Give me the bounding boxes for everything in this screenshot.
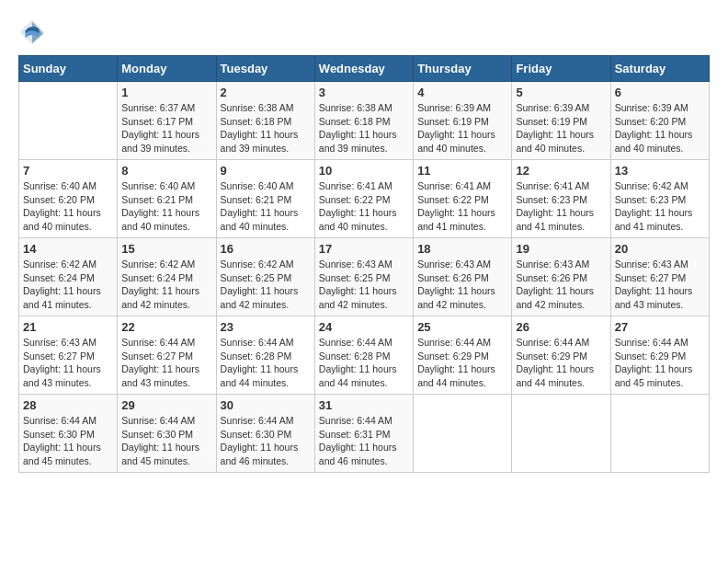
day-number: 13	[615, 164, 705, 178]
day-number: 5	[516, 86, 606, 99]
day-number: 27	[615, 320, 705, 334]
day-number: 24	[319, 320, 409, 334]
calendar-cell: 22Sunrise: 6:44 AMSunset: 6:27 PMDayligh…	[118, 316, 216, 395]
day-info: Sunrise: 6:42 AMSunset: 6:24 PMDaylight:…	[23, 258, 113, 312]
day-number: 28	[23, 398, 113, 412]
calendar-cell: 7Sunrise: 6:40 AMSunset: 6:20 PMDaylight…	[19, 160, 118, 238]
day-info: Sunrise: 6:42 AMSunset: 6:25 PMDaylight:…	[221, 258, 311, 312]
day-info: Sunrise: 6:43 AMSunset: 6:26 PMDaylight:…	[417, 258, 507, 312]
calendar-cell: 29Sunrise: 6:44 AMSunset: 6:30 PMDayligh…	[118, 395, 216, 473]
day-number: 7	[23, 164, 113, 178]
day-info: Sunrise: 6:44 AMSunset: 6:30 PMDaylight:…	[23, 414, 113, 468]
logo	[18, 18, 50, 46]
day-info: Sunrise: 6:44 AMSunset: 6:30 PMDaylight:…	[221, 414, 311, 468]
day-number: 2	[221, 86, 311, 99]
calendar-week-row: 28Sunrise: 6:44 AMSunset: 6:30 PMDayligh…	[19, 395, 710, 473]
calendar-cell: 31Sunrise: 6:44 AMSunset: 6:31 PMDayligh…	[314, 395, 413, 473]
day-number: 30	[221, 398, 311, 412]
day-info: Sunrise: 6:44 AMSunset: 6:28 PMDaylight:…	[221, 336, 311, 390]
day-header-sunday: Sunday	[19, 56, 118, 82]
day-info: Sunrise: 6:44 AMSunset: 6:30 PMDaylight:…	[121, 414, 211, 468]
calendar-cell: 12Sunrise: 6:41 AMSunset: 6:23 PMDayligh…	[512, 160, 610, 238]
calendar-cell	[414, 395, 512, 473]
day-info: Sunrise: 6:37 AMSunset: 6:17 PMDaylight:…	[121, 101, 211, 155]
day-header-tuesday: Tuesday	[216, 56, 314, 82]
calendar-cell	[512, 395, 610, 473]
calendar-cell: 18Sunrise: 6:43 AMSunset: 6:26 PMDayligh…	[414, 238, 512, 316]
day-number: 9	[221, 164, 311, 178]
day-number: 26	[516, 320, 606, 334]
days-header-row: SundayMondayTuesdayWednesdayThursdayFrid…	[19, 56, 710, 82]
day-number: 31	[319, 398, 409, 412]
day-info: Sunrise: 6:39 AMSunset: 6:20 PMDaylight:…	[615, 101, 705, 155]
calendar-cell: 13Sunrise: 6:42 AMSunset: 6:23 PMDayligh…	[610, 160, 709, 238]
day-info: Sunrise: 6:44 AMSunset: 6:28 PMDaylight:…	[319, 336, 409, 390]
calendar-cell: 4Sunrise: 6:39 AMSunset: 6:19 PMDaylight…	[414, 82, 512, 160]
calendar-cell	[610, 395, 709, 473]
calendar-cell: 16Sunrise: 6:42 AMSunset: 6:25 PMDayligh…	[216, 238, 314, 316]
calendar-cell: 1Sunrise: 6:37 AMSunset: 6:17 PMDaylight…	[118, 82, 216, 160]
calendar-cell: 14Sunrise: 6:42 AMSunset: 6:24 PMDayligh…	[19, 238, 118, 316]
page-header	[18, 18, 710, 46]
day-number: 1	[121, 86, 211, 99]
day-number: 11	[417, 164, 507, 178]
day-info: Sunrise: 6:40 AMSunset: 6:21 PMDaylight:…	[121, 179, 211, 234]
calendar-cell: 10Sunrise: 6:41 AMSunset: 6:22 PMDayligh…	[314, 160, 413, 238]
day-info: Sunrise: 6:44 AMSunset: 6:29 PMDaylight:…	[516, 336, 606, 390]
day-number: 20	[615, 242, 705, 256]
calendar-week-row: 21Sunrise: 6:43 AMSunset: 6:27 PMDayligh…	[19, 316, 710, 395]
day-number: 21	[23, 320, 113, 334]
calendar-cell: 9Sunrise: 6:40 AMSunset: 6:21 PMDaylight…	[216, 160, 314, 238]
day-number: 19	[516, 242, 606, 256]
day-number: 16	[221, 242, 311, 256]
day-info: Sunrise: 6:42 AMSunset: 6:24 PMDaylight:…	[121, 258, 211, 312]
day-info: Sunrise: 6:40 AMSunset: 6:20 PMDaylight:…	[23, 179, 113, 234]
day-info: Sunrise: 6:40 AMSunset: 6:21 PMDaylight:…	[221, 179, 311, 234]
calendar-cell: 21Sunrise: 6:43 AMSunset: 6:27 PMDayligh…	[19, 316, 118, 395]
calendar-cell: 20Sunrise: 6:43 AMSunset: 6:27 PMDayligh…	[610, 238, 709, 316]
calendar-week-row: 7Sunrise: 6:40 AMSunset: 6:20 PMDaylight…	[19, 160, 710, 238]
day-header-friday: Friday	[512, 56, 610, 82]
day-header-thursday: Thursday	[414, 56, 512, 82]
calendar-cell: 2Sunrise: 6:38 AMSunset: 6:18 PMDaylight…	[216, 82, 314, 160]
day-number: 22	[121, 320, 211, 334]
calendar-cell: 28Sunrise: 6:44 AMSunset: 6:30 PMDayligh…	[19, 395, 118, 473]
calendar-cell: 11Sunrise: 6:41 AMSunset: 6:22 PMDayligh…	[414, 160, 512, 238]
day-info: Sunrise: 6:43 AMSunset: 6:27 PMDaylight:…	[23, 336, 113, 390]
calendar-cell: 24Sunrise: 6:44 AMSunset: 6:28 PMDayligh…	[314, 316, 413, 395]
day-info: Sunrise: 6:41 AMSunset: 6:22 PMDaylight:…	[417, 179, 507, 234]
calendar-cell: 15Sunrise: 6:42 AMSunset: 6:24 PMDayligh…	[118, 238, 216, 316]
calendar-cell: 25Sunrise: 6:44 AMSunset: 6:29 PMDayligh…	[414, 316, 512, 395]
day-number: 10	[319, 164, 409, 178]
day-header-saturday: Saturday	[610, 56, 709, 82]
day-info: Sunrise: 6:43 AMSunset: 6:27 PMDaylight:…	[615, 258, 705, 312]
calendar-cell: 3Sunrise: 6:38 AMSunset: 6:18 PMDaylight…	[314, 82, 413, 160]
calendar-cell: 26Sunrise: 6:44 AMSunset: 6:29 PMDayligh…	[512, 316, 610, 395]
day-number: 23	[221, 320, 311, 334]
calendar-cell: 30Sunrise: 6:44 AMSunset: 6:30 PMDayligh…	[216, 395, 314, 473]
day-info: Sunrise: 6:43 AMSunset: 6:26 PMDaylight:…	[516, 258, 606, 312]
day-info: Sunrise: 6:41 AMSunset: 6:22 PMDaylight:…	[319, 179, 409, 234]
day-number: 3	[319, 86, 409, 99]
logo-icon	[18, 18, 46, 46]
day-info: Sunrise: 6:42 AMSunset: 6:23 PMDaylight:…	[615, 179, 705, 234]
day-number: 6	[615, 86, 705, 99]
day-info: Sunrise: 6:38 AMSunset: 6:18 PMDaylight:…	[221, 101, 311, 155]
day-number: 17	[319, 242, 409, 256]
calendar-cell: 23Sunrise: 6:44 AMSunset: 6:28 PMDayligh…	[216, 316, 314, 395]
day-info: Sunrise: 6:39 AMSunset: 6:19 PMDaylight:…	[417, 101, 507, 155]
calendar-cell: 17Sunrise: 6:43 AMSunset: 6:25 PMDayligh…	[314, 238, 413, 316]
day-number: 4	[417, 86, 507, 99]
day-info: Sunrise: 6:44 AMSunset: 6:27 PMDaylight:…	[121, 336, 211, 390]
calendar-cell: 8Sunrise: 6:40 AMSunset: 6:21 PMDaylight…	[118, 160, 216, 238]
day-info: Sunrise: 6:44 AMSunset: 6:29 PMDaylight:…	[417, 336, 507, 390]
day-info: Sunrise: 6:44 AMSunset: 6:29 PMDaylight:…	[615, 336, 705, 390]
day-number: 29	[121, 398, 211, 412]
calendar-cell: 6Sunrise: 6:39 AMSunset: 6:20 PMDaylight…	[610, 82, 709, 160]
day-number: 15	[121, 242, 211, 256]
day-number: 18	[417, 242, 507, 256]
day-number: 12	[516, 164, 606, 178]
day-number: 25	[417, 320, 507, 334]
calendar-cell: 19Sunrise: 6:43 AMSunset: 6:26 PMDayligh…	[512, 238, 610, 316]
day-info: Sunrise: 6:38 AMSunset: 6:18 PMDaylight:…	[319, 101, 409, 155]
